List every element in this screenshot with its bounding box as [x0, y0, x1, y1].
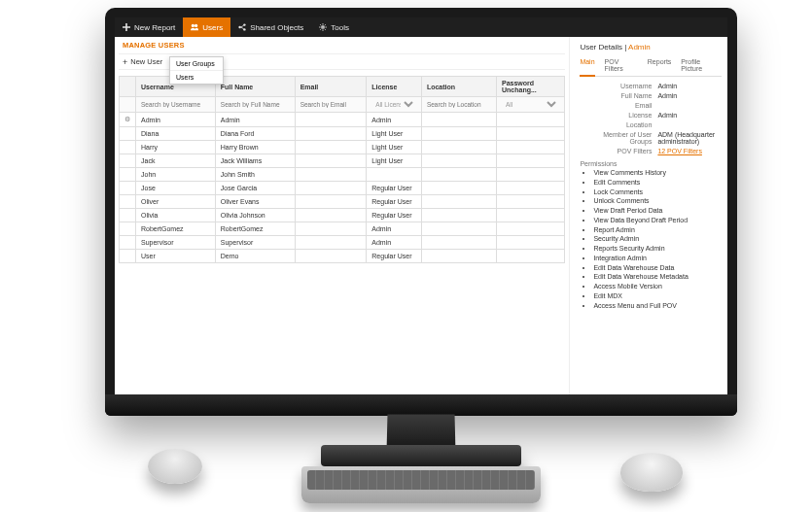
- table-row[interactable]: UserDemoRegular User: [120, 250, 565, 263]
- tab-profile-picture[interactable]: Profile Picture: [681, 55, 722, 76]
- cell-full_name: Olivia Johnson: [215, 209, 295, 222]
- share-icon: [238, 23, 246, 31]
- cell-email: [295, 236, 367, 250]
- svg-point-0: [192, 24, 194, 27]
- permissions-label: Permissions: [580, 160, 722, 167]
- row-gear-icon: [120, 182, 136, 195]
- monitor: New Report Users Shared Objects Tools: [105, 8, 737, 416]
- cell-full_name: Supervisor: [215, 236, 295, 250]
- cell-license: Light User: [367, 141, 422, 154]
- permission-item: Unlock Comments: [593, 197, 722, 206]
- permission-item: View Draft Period Data: [593, 207, 722, 216]
- table-row[interactable]: JohnJohn Smith: [120, 168, 565, 182]
- row-gear-icon: [120, 222, 136, 236]
- nav-new-report[interactable]: New Report: [115, 17, 183, 37]
- table-row[interactable]: SupervisorSupervisorAdmin: [120, 236, 565, 250]
- pov-filters-link[interactable]: 12 POV Filters: [657, 148, 702, 154]
- cell-location: [421, 250, 496, 263]
- table-search-row: All Licenses All: [120, 97, 565, 113]
- details-kv: Username Admin Full Name Admin Email Lic…: [580, 83, 722, 154]
- cell-password: [496, 127, 564, 141]
- permission-item: Edit MDX: [593, 292, 722, 301]
- table-row[interactable]: RobertGomezRobertGomezAdmin: [120, 222, 565, 236]
- cell-password: [496, 182, 564, 195]
- cell-license: [367, 168, 422, 182]
- desk-scene: New Report Users Shared Objects Tools: [0, 0, 812, 512]
- tab-reports[interactable]: Reports: [648, 55, 672, 76]
- col-password[interactable]: Password Unchang...: [496, 77, 564, 97]
- nav-shared-objects[interactable]: Shared Objects: [230, 17, 311, 37]
- cell-username: Harry: [136, 141, 216, 154]
- table-row[interactable]: ⚙AdminAdminAdmin: [120, 113, 565, 127]
- cell-license: Regular User: [367, 195, 422, 209]
- cell-full_name: RobertGomez: [215, 222, 295, 236]
- cell-password: [496, 195, 564, 209]
- details-title-user: Admin: [628, 43, 651, 51]
- row-gear-icon[interactable]: ⚙: [120, 113, 136, 127]
- search-username[interactable]: [141, 101, 210, 108]
- kv-pov-label: POV Filters: [580, 148, 657, 154]
- cell-password: [496, 222, 564, 236]
- table-row[interactable]: OliviaOlivia JohnsonRegular User: [120, 209, 565, 222]
- permission-item: Access Menu and Full POV: [593, 302, 722, 311]
- permission-item: Edit Comments: [593, 179, 722, 188]
- table-row[interactable]: HarryHarry BrownLight User: [120, 141, 565, 154]
- cell-email: [295, 154, 367, 168]
- section-label: MANAGE USERS: [123, 41, 185, 50]
- subbar: MANAGE USERS User Groups Users: [119, 37, 565, 54]
- cell-username: John: [136, 168, 216, 182]
- nav-tools[interactable]: Tools: [311, 17, 357, 37]
- users-dropdown: User Groups Users: [169, 56, 224, 85]
- nav-new-report-label: New Report: [134, 23, 175, 32]
- permission-item: Lock Comments: [593, 188, 722, 197]
- left-pane: MANAGE USERS User Groups Users + New Use…: [115, 37, 569, 394]
- new-user-label: New User: [130, 57, 162, 66]
- col-full-name[interactable]: Full Name: [215, 77, 295, 97]
- cell-email: [295, 222, 367, 236]
- cell-full_name: Admin: [215, 113, 295, 127]
- cell-license: Admin: [367, 222, 422, 236]
- cell-license: Light User: [367, 154, 422, 168]
- search-license[interactable]: All Licenses: [371, 100, 416, 109]
- cell-username: User: [136, 250, 216, 263]
- nav-users[interactable]: Users: [183, 17, 230, 37]
- cell-location: [421, 236, 496, 250]
- cell-full_name: Harry Brown: [215, 141, 295, 154]
- cell-license: Regular User: [367, 182, 422, 195]
- search-full-name[interactable]: [221, 101, 290, 108]
- search-password[interactable]: All: [502, 100, 559, 109]
- details-panel: User Details | Admin Main POV Filters Re…: [569, 37, 727, 394]
- dropdown-users[interactable]: Users: [170, 71, 223, 84]
- row-gear-icon: [120, 236, 136, 250]
- cell-username: Jack: [136, 154, 216, 168]
- row-gear-icon: [120, 250, 136, 263]
- cell-location: [421, 195, 496, 209]
- cell-full_name: Demo: [215, 250, 295, 263]
- kv-fullname-value: Admin: [657, 92, 722, 99]
- cell-email: [295, 182, 367, 195]
- users-table: Username Full Name Email License Locatio…: [119, 76, 565, 263]
- col-license[interactable]: License: [367, 77, 422, 97]
- cell-password: [496, 209, 564, 222]
- row-gear-icon: [120, 141, 136, 154]
- dropdown-user-groups[interactable]: User Groups: [170, 57, 223, 71]
- cell-password: [496, 250, 564, 263]
- tab-main[interactable]: Main: [580, 55, 594, 77]
- permission-item: Edit Data Warehouse Data: [593, 264, 722, 273]
- tab-pov-filters[interactable]: POV Filters: [605, 55, 638, 76]
- row-gear-icon: [120, 127, 136, 141]
- details-title-prefix: User Details: [580, 43, 622, 51]
- table-row[interactable]: JackJack WilliamsLight User: [120, 154, 565, 168]
- svg-point-1: [194, 24, 197, 27]
- cell-username: RobertGomez: [136, 222, 216, 236]
- table-row[interactable]: DianaDiana FordLight User: [120, 127, 565, 141]
- cell-location: [421, 127, 496, 141]
- col-email[interactable]: Email: [295, 77, 367, 97]
- col-location[interactable]: Location: [421, 77, 496, 97]
- search-email[interactable]: [300, 101, 362, 108]
- search-location[interactable]: [427, 101, 491, 108]
- table-row[interactable]: JoseJose GarciaRegular User: [120, 182, 565, 195]
- table-row[interactable]: OliverOliver EvansRegular User: [120, 195, 565, 209]
- keyboard: [301, 466, 541, 503]
- plus-icon: +: [123, 57, 127, 67]
